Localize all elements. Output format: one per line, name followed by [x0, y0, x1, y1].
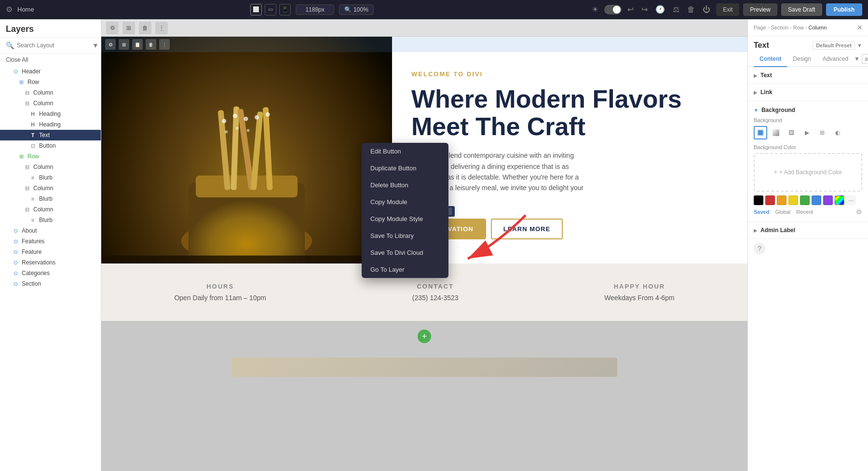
layer-heading-1[interactable]: H Heading	[0, 109, 101, 119]
filter-icon[interactable]: ▼	[92, 42, 99, 49]
help-button[interactable]: ?	[754, 243, 765, 254]
save-draft-button[interactable]: Save Draft	[781, 3, 822, 16]
close-panel-button[interactable]: ×	[857, 23, 862, 32]
layer-section[interactable]: ⊙ Section	[0, 278, 101, 289]
admin-label-section-collapsed[interactable]: ▶ Admin Label	[748, 222, 868, 239]
context-duplicate-button[interactable]: Duplicate Button	[362, 160, 448, 177]
swatch-orange[interactable]	[777, 195, 787, 205]
history-icon[interactable]: 🕐	[653, 3, 667, 16]
settings-icon[interactable]: ⚙	[6, 5, 13, 14]
svg-rect-20	[758, 130, 763, 135]
layer-row-1[interactable]: ⊞ Row	[0, 77, 101, 87]
layer-column-3[interactable]: ⊟ Column	[0, 162, 101, 172]
layer-text[interactable]: T Text	[0, 130, 101, 140]
swatch-black[interactable]	[754, 195, 763, 205]
search-layout-input[interactable]	[17, 42, 89, 49]
tab-design[interactable]: Design	[787, 52, 816, 67]
swatch-green[interactable]	[800, 195, 810, 205]
bg-gradient-option[interactable]	[769, 126, 783, 139]
settings-btn[interactable]: ⚙	[106, 22, 119, 34]
power-icon[interactable]: ⏻	[701, 3, 712, 16]
link-section-collapsed[interactable]: ▶ Link	[748, 84, 868, 101]
swatch-more-btn[interactable]: ···	[846, 195, 856, 205]
topbar: ⚙ Home ⬜ ▭ 📱 1188px 🔍 100% ☀ ↩ ↪ 🕐 ⚖ 🗑 ⏻…	[0, 0, 868, 19]
layer-blurb-1[interactable]: ≡ Blurb	[0, 172, 101, 183]
section-settings-icon[interactable]: ⚙	[105, 39, 116, 50]
preview-button[interactable]: Preview	[743, 3, 777, 16]
more-btn[interactable]: ⋮	[155, 22, 168, 34]
undo-icon[interactable]: ↩	[625, 3, 636, 16]
canvas-width[interactable]: 1188px	[296, 4, 334, 15]
swatch-tab-recent[interactable]: Recent	[796, 209, 813, 215]
sun-icon[interactable]: ☀	[590, 3, 600, 16]
text-section-collapsed[interactable]: ▶ Text	[748, 67, 868, 84]
layer-about[interactable]: ⊙ About	[0, 225, 101, 236]
layer-categories[interactable]: ⊙ Categories	[0, 268, 101, 278]
context-save-library[interactable]: Save To Library	[362, 227, 448, 244]
bg-color-option[interactable]	[754, 126, 767, 139]
context-copy-module-style[interactable]: Copy Module Style	[362, 210, 448, 227]
tab-advanced[interactable]: Advanced	[817, 52, 854, 67]
section-delete-icon[interactable]: 🗑	[146, 39, 156, 50]
copy-btn[interactable]: ⊞	[122, 22, 135, 34]
settings2-icon[interactable]: ⚖	[671, 3, 681, 16]
bg-pattern-option[interactable]: ⊞	[815, 126, 829, 139]
swatch-settings-icon[interactable]: ⚙	[856, 208, 862, 216]
swatch-tab-global[interactable]: Global	[775, 209, 790, 215]
expand-icon[interactable]: ⊞	[862, 54, 868, 64]
hero-tagline: WELCOME TO DIVI	[411, 70, 728, 78]
section-icon: ⊙	[12, 270, 19, 277]
contact-label: CONTACT	[412, 283, 459, 290]
theme-toggle[interactable]	[604, 5, 622, 14]
preset-selector[interactable]: Default Preset	[813, 41, 855, 50]
tab-content[interactable]: Content	[754, 52, 787, 67]
context-save-divi-cloud[interactable]: Save To Divi Cloud	[362, 244, 448, 261]
redo-icon[interactable]: ↪	[639, 3, 650, 16]
layer-heading-2[interactable]: H Heading	[0, 119, 101, 130]
layer-column-4[interactable]: ⊟ Column	[0, 183, 101, 194]
layer-column-2[interactable]: ⊟ Column	[0, 98, 101, 109]
section-save-icon[interactable]: 📋	[132, 39, 143, 50]
close-all-button[interactable]: Close All	[0, 54, 101, 66]
swatch-purple[interactable]	[823, 195, 833, 205]
swatch-red[interactable]	[765, 195, 775, 205]
swatch-tab-saved[interactable]: Saved	[754, 209, 769, 215]
tablet-icon[interactable]: ▭	[265, 4, 276, 15]
swatch-blue[interactable]	[812, 195, 821, 205]
context-copy-module[interactable]: Copy Module	[362, 194, 448, 210]
layer-column-5[interactable]: ⊟ Column	[0, 204, 101, 215]
add-row-btn-2[interactable]: +	[418, 330, 431, 343]
background-section-header[interactable]: ▼ Background	[754, 107, 862, 113]
context-edit-button[interactable]: Edit Button	[362, 143, 448, 160]
learn-more-button[interactable]: LEARN MORE	[491, 219, 563, 239]
exit-button[interactable]: Exit	[716, 3, 739, 16]
context-go-to-layer[interactable]: Go To Layer	[362, 261, 448, 278]
layer-reservations[interactable]: ⊙ Reservations	[0, 257, 101, 268]
section-copy-icon[interactable]: ⊞	[119, 39, 129, 50]
publish-button[interactable]: Publish	[826, 3, 862, 16]
section-icon: ⊙	[12, 260, 19, 266]
context-delete-button[interactable]: Delete Button	[362, 177, 448, 194]
trash-icon[interactable]: 🗑	[685, 3, 697, 16]
layer-feature[interactable]: ⊙ Feature	[0, 247, 101, 257]
zoom-level[interactable]: 🔍 100%	[339, 4, 374, 15]
layer-blurb-3[interactable]: ≡ Blurb	[0, 215, 101, 225]
layer-column-1[interactable]: ⊟ Column	[0, 87, 101, 98]
layer-header[interactable]: ⊙ Header	[0, 66, 101, 77]
desktop-icon[interactable]: ⬜	[250, 4, 262, 15]
layer-features[interactable]: ⊙ Features	[0, 236, 101, 247]
bg-video-option[interactable]: ▶	[800, 126, 814, 139]
preset-dropdown-icon[interactable]: ▼	[857, 42, 862, 48]
mobile-icon[interactable]: 📱	[279, 4, 291, 15]
layer-blurb-2[interactable]: ≡ Blurb	[0, 194, 101, 204]
section-more-icon[interactable]: ⋮	[159, 39, 170, 50]
swatch-rainbow[interactable]	[835, 195, 844, 205]
bg-image-option[interactable]: 🖼	[785, 126, 798, 139]
add-background-color-box[interactable]: + + Add Background Color	[754, 153, 862, 192]
layer-button[interactable]: ⊡ Button	[0, 140, 101, 151]
layer-row-2[interactable]: ⊞ Row	[0, 151, 101, 162]
tab-more[interactable]: ▼ ⊞	[854, 52, 868, 66]
bg-mask-option[interactable]: ◐	[831, 126, 844, 139]
delete-btn[interactable]: 🗑	[139, 22, 151, 34]
swatch-yellow[interactable]	[788, 195, 798, 205]
